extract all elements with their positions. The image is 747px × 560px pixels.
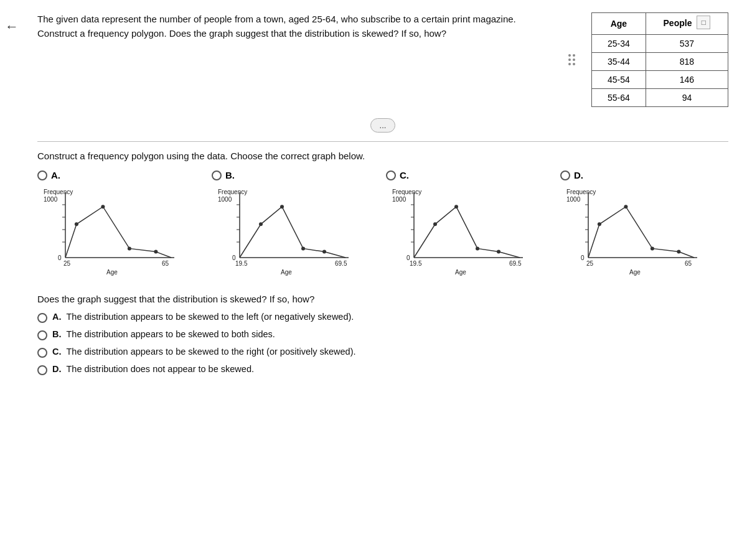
- skew-radio-c[interactable]: [37, 348, 47, 358]
- svg-point-30: [301, 246, 305, 250]
- skew-question: Does the graph suggest that the distribu…: [37, 294, 728, 304]
- choice-c-label: C.: [400, 170, 409, 180]
- copy-icon[interactable]: □: [697, 16, 710, 29]
- svg-text:1000: 1000: [218, 196, 232, 203]
- skew-option-letter: B.: [52, 329, 62, 339]
- graph-a-container: Frequency 1000 0 25 65: [37, 183, 205, 282]
- svg-point-44: [433, 222, 437, 226]
- people-cell: 537: [646, 35, 728, 53]
- skew-option-letter: C.: [52, 347, 62, 357]
- svg-text:1000: 1000: [44, 196, 58, 203]
- svg-text:25: 25: [63, 260, 71, 267]
- table-row: 35-44818: [592, 53, 728, 71]
- svg-text:65: 65: [685, 260, 692, 267]
- svg-text:Age: Age: [629, 269, 641, 276]
- skew-option-text: The distribution appears to be skewed to…: [67, 347, 356, 357]
- graph-c-container: Frequency 1000 0 19.5 69.5 Age: [386, 183, 554, 282]
- problem-text: The given data represent the number of p…: [37, 12, 552, 107]
- age-cell: 25-34: [592, 35, 646, 53]
- radio-a[interactable]: [37, 170, 47, 180]
- table-row: 45-54146: [592, 71, 728, 89]
- people-cell: 146: [646, 71, 728, 89]
- svg-point-29: [280, 205, 284, 208]
- skew-option-text: The distribution does not appear to be s…: [67, 364, 254, 374]
- svg-point-31: [322, 250, 326, 254]
- people-header: People □: [646, 13, 728, 35]
- svg-text:65: 65: [162, 260, 169, 267]
- svg-text:Age: Age: [281, 269, 292, 276]
- skew-radio-a[interactable]: [37, 313, 47, 323]
- main-content: The given data represent the number of p…: [25, 0, 747, 560]
- radio-d[interactable]: [560, 170, 570, 180]
- construct-title: Construct a frequency polygon using the …: [37, 151, 728, 161]
- svg-text:0: 0: [58, 254, 62, 261]
- choice-d-label: D.: [574, 170, 583, 180]
- age-header: Age: [592, 13, 646, 35]
- svg-text:Age: Age: [455, 269, 466, 276]
- svg-text:Frequency: Frequency: [392, 189, 421, 195]
- svg-text:Frequency: Frequency: [218, 189, 247, 195]
- table-row: 25-34537: [592, 35, 728, 53]
- back-button[interactable]: ←: [0, 0, 25, 560]
- choice-label-c[interactable]: C.: [386, 170, 409, 180]
- graph-choice-b: B. Frequency 1000 0 19.5 69.5: [212, 170, 380, 282]
- more-button[interactable]: ...: [370, 118, 396, 133]
- drag-handle[interactable]: [564, 12, 579, 107]
- back-arrow-icon: ←: [5, 19, 19, 35]
- svg-text:1000: 1000: [392, 196, 406, 203]
- skew-option-b[interactable]: B. The distribution appears to be skewed…: [37, 329, 728, 340]
- skew-option-a[interactable]: A. The distribution appears to be skewed…: [37, 312, 728, 323]
- divider: [37, 141, 728, 142]
- people-cell: 818: [646, 53, 728, 71]
- skew-option-letter: D.: [52, 364, 62, 374]
- svg-point-15: [154, 250, 157, 254]
- svg-text:Frequency: Frequency: [566, 189, 596, 195]
- skew-radio-b[interactable]: [37, 330, 47, 340]
- svg-text:69.5: 69.5: [335, 260, 347, 267]
- choice-a-label: A.: [51, 170, 60, 180]
- svg-point-28: [259, 222, 263, 226]
- svg-point-45: [454, 205, 458, 208]
- skew-option-d[interactable]: D. The distribution does not appear to b…: [37, 364, 728, 375]
- skew-options: A. The distribution appears to be skewed…: [37, 312, 728, 375]
- data-table-container: Age People □ 25-3453735-4481845-5414655-…: [591, 12, 728, 107]
- graph-choice-a: A. Frequency 1000 0: [37, 170, 205, 282]
- age-cell: 55-64: [592, 89, 646, 107]
- choice-label-b[interactable]: B.: [212, 170, 235, 180]
- svg-point-14: [128, 246, 131, 250]
- choice-label-d[interactable]: D.: [560, 170, 583, 180]
- skew-option-text: The distribution appears to be skewed to…: [67, 312, 354, 322]
- choice-b-label: B.: [225, 170, 235, 180]
- svg-point-47: [497, 250, 500, 254]
- graph-a-svg: Frequency 1000 0 25 65: [37, 183, 187, 282]
- skew-section: Does the graph suggest that the distribu…: [37, 294, 728, 375]
- svg-point-63: [677, 250, 680, 254]
- graph-b-container: Frequency 1000 0 19.5 69.5 Age: [212, 183, 380, 282]
- more-button-container: ...: [37, 118, 728, 133]
- svg-text:0: 0: [581, 254, 585, 261]
- graph-choice-d: D. Frequency 1000 0 25 65 Age: [560, 170, 728, 282]
- graph-d-container: Frequency 1000 0 25 65 Age: [560, 183, 728, 282]
- age-cell: 45-54: [592, 71, 646, 89]
- svg-text:25: 25: [586, 260, 594, 267]
- svg-text:1000: 1000: [566, 196, 581, 203]
- table-row: 55-6494: [592, 89, 728, 107]
- skew-option-text: The distribution appears to be skewed to…: [67, 329, 275, 339]
- radio-b[interactable]: [212, 170, 222, 180]
- skew-radio-d[interactable]: [37, 365, 47, 375]
- choice-label-a[interactable]: A.: [37, 170, 60, 180]
- graph-c-svg: Frequency 1000 0 19.5 69.5 Age: [386, 183, 535, 282]
- svg-text:Age: Age: [106, 269, 118, 276]
- radio-c[interactable]: [386, 170, 396, 180]
- skew-option-c[interactable]: C. The distribution appears to be skewed…: [37, 347, 728, 358]
- svg-text:69.5: 69.5: [509, 260, 522, 267]
- graph-choice-c: C. Frequency 1000 0 19.5 69.5 Age: [386, 170, 554, 282]
- svg-text:19.5: 19.5: [235, 260, 248, 267]
- svg-point-13: [101, 205, 105, 208]
- svg-point-12: [75, 222, 78, 226]
- data-table: Age People □ 25-3453735-4481845-5414655-…: [591, 12, 728, 107]
- skew-option-letter: A.: [52, 312, 62, 322]
- age-cell: 35-44: [592, 53, 646, 71]
- svg-text:19.5: 19.5: [410, 260, 422, 267]
- svg-point-62: [651, 246, 654, 250]
